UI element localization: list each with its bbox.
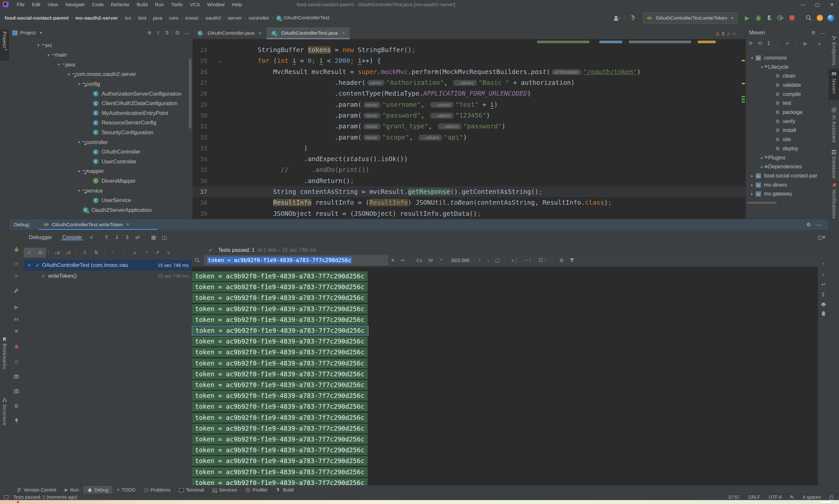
console-row[interactable]: token = ac9b92f0-f1e9-4839-a783-7f7c290d… (192, 423, 368, 434)
export-icon[interactable]: ↗ (152, 248, 163, 257)
stripe-structure[interactable]: Structure (0, 396, 9, 432)
breadcrumb-item[interactable]: test (138, 15, 146, 21)
project-tree-item-java[interactable]: ▾java (9, 59, 192, 69)
camera-icon[interactable] (9, 371, 23, 381)
more-icon[interactable]: » (818, 41, 821, 47)
words-toggle[interactable]: W (429, 257, 433, 263)
debug-session-tab[interactable]: OAuthControllerTest.writeToken ✕ (43, 219, 130, 230)
maven-item-food-social-contact-par[interactable]: ▸mfood-social-contact-par (746, 171, 828, 180)
breadcrumb-item[interactable]: ms-oauth2-server (75, 15, 118, 21)
refresh-icon[interactable]: ⟳ (749, 40, 753, 47)
prev-warning-icon[interactable]: ∧ (727, 31, 730, 36)
close-icon[interactable]: ✕ (126, 222, 130, 227)
console-row[interactable]: token = ac9b92f0-f1e9-4839-a783-7f7c290d… (192, 271, 368, 282)
stripe-notifications[interactable]: Notifications (829, 181, 839, 247)
close-icon[interactable]: ✕ (258, 31, 262, 36)
project-tree-item-AuthorizationServerConfiguration[interactable]: CAuthorizationServerConfiguration (9, 89, 192, 98)
close-icon[interactable]: ✕ (342, 31, 345, 36)
code-line-31[interactable]: 31 .param(name:"grant_type", …values:"pa… (193, 121, 746, 132)
locate-icon[interactable]: ⊕ (148, 30, 152, 36)
file-encoding[interactable]: UTF-8 (769, 494, 782, 500)
test-tree-row[interactable]: ▾✔ OAuthControllerTest (com.imooc.oau 15… (23, 260, 192, 270)
console-row[interactable]: token = ac9b92f0-f1e9-4839-a783-7f7c290d… (192, 325, 369, 336)
maven-item-Plugins[interactable]: ▸⚙Plugins (746, 153, 828, 162)
run-goal-icon[interactable]: ▶ (804, 40, 807, 47)
console-row[interactable]: token = ac9b92f0-f1e9-4839-a783-7f7c290d… (192, 467, 368, 478)
code-line-30[interactable]: 30 .param(name:"password", …values:"1234… (193, 110, 746, 121)
code-line-27[interactable]: 27 .header(name:"Authorization", …values… (193, 77, 746, 88)
prev-icon[interactable]: ↑ (107, 248, 118, 257)
soft-wrap-icon[interactable]: ↩ (821, 281, 825, 288)
code-line-37[interactable]: 37 String contentAsString = mvcResult.ge… (193, 186, 746, 197)
breadcrumb-item[interactable]: COAuthControllerTest (276, 15, 329, 21)
project-panel-title[interactable]: Project (20, 30, 36, 36)
code-line-33[interactable]: 33 ) (193, 143, 746, 154)
project-tree-item-UserService[interactable]: CUserService (9, 196, 192, 205)
breadcrumb-item[interactable]: java (153, 15, 162, 21)
caret-position[interactable]: 37:57 (728, 494, 740, 500)
project-tree-item-config[interactable]: ▾config (9, 79, 192, 89)
run-configuration-select[interactable]: OAuthControllerTest.writeToken ▼ (643, 13, 738, 23)
expand-all-icon[interactable]: ⇳ (156, 30, 160, 36)
collapse-all-icon[interactable]: ⇅ (90, 248, 102, 257)
print-icon[interactable] (821, 302, 826, 307)
maven-item-Lifecycle[interactable]: ▾⚙Lifecycle (746, 62, 828, 72)
pause-icon[interactable]: ▮▮ (9, 314, 23, 324)
menu-code[interactable]: Code (88, 0, 107, 9)
maven-item-ms-diners[interactable]: ▸mms-diners (746, 180, 828, 190)
code-area[interactable]: 24 StringBuffer tokens = new StringBuffe… (193, 39, 746, 219)
project-tree-item-controller[interactable]: ▾controller (9, 137, 192, 147)
toolwindow-button-debug[interactable]: Debug (83, 486, 113, 494)
menu-navigate[interactable]: Navigate (62, 0, 88, 9)
breadcrumb-item[interactable]: server (227, 15, 242, 21)
breadcrumb-item[interactable]: src (124, 15, 132, 21)
rerun-icon[interactable]: ⟳ (9, 259, 23, 269)
toolwindow-button-build[interactable]: Build (272, 486, 298, 494)
project-tree-item-mapper[interactable]: ▾mapper (9, 166, 192, 176)
code-line-28[interactable]: 28 .contentType(MediaType.APPLICATION_FO… (193, 88, 746, 99)
console-row[interactable]: token = ac9b92f0-f1e9-4839-a783-7f7c290d… (192, 412, 368, 423)
status-message[interactable]: Tests passed: 1 (moments ago) (13, 494, 77, 500)
tab-oauthcontroller[interactable]: C OAuthController.java✕ (193, 27, 267, 39)
console-row[interactable]: token = ac9b92f0-f1e9-4839-a783-7f7c290d… (192, 304, 368, 314)
breadcrumb-item[interactable]: com (169, 15, 178, 21)
debug-tab-debugger[interactable]: Debugger (23, 234, 57, 240)
maven-item-verify[interactable]: ⚙verify (746, 117, 828, 126)
console-row[interactable]: token = ac9b92f0-f1e9-4839-a783-7f7c290d… (192, 369, 368, 380)
code-line-36[interactable]: 36 .andReturn(); (193, 176, 746, 186)
project-tree-item-DinersMapper[interactable]: IDinersMapper (9, 176, 192, 186)
maven-item-test[interactable]: ⚙test (746, 99, 828, 108)
stripe-project[interactable]: Project (0, 30, 9, 60)
project-tree-item-src[interactable]: ▾src (9, 40, 192, 50)
toolwindow-button-services[interactable]: ▶Services (208, 486, 242, 494)
console-row[interactable]: token = ac9b92f0-f1e9-4839-a783-7f7c290d… (192, 445, 368, 455)
update-icon[interactable]: ↑ (814, 13, 825, 23)
prev-match-icon[interactable]: ↑ (478, 257, 481, 263)
code-line-38[interactable]: 38 ResultInfo resultInfo = (ResultInfo) … (193, 197, 746, 208)
more-icon[interactable]: » (163, 248, 174, 257)
menu-view[interactable]: View (44, 0, 62, 9)
maven-item-install[interactable]: ⚙install (746, 126, 828, 135)
download-icon[interactable]: ↧ (767, 40, 771, 47)
minimize-button[interactable]: — (796, 0, 810, 9)
tool-window-switcher-icon[interactable] (4, 495, 8, 499)
close-button[interactable]: ✕ (825, 0, 839, 9)
maximize-button[interactable]: ▢ (810, 0, 825, 9)
code-line-29[interactable]: 29 .param(name:"username", …values:"test… (193, 99, 746, 110)
indent-setting[interactable]: 4 spaces (803, 494, 821, 500)
next-match-icon[interactable]: ↓ (487, 257, 490, 263)
move-down-icon[interactable]: ⇓ (115, 234, 119, 240)
fold-marker[interactable]: ⌄ (212, 58, 227, 63)
resume-icon[interactable]: ▶ (9, 302, 23, 312)
scroll-end-icon[interactable]: ↧ (821, 292, 825, 298)
layout-settings-icon[interactable]: ◫▾ (818, 234, 825, 240)
maven-item-clean[interactable]: ⚙clean (746, 71, 828, 80)
maven-item-compile[interactable]: ⚙compile (746, 90, 828, 99)
show-passed-icon[interactable]: ✓ (23, 248, 35, 257)
debug-icon[interactable] (753, 13, 764, 23)
console-row[interactable]: token = ac9b92f0-f1e9-4839-a783-7f7c290d… (192, 282, 368, 292)
maven-item-Dependencies[interactable]: ▸Dependencies (746, 162, 828, 171)
user-dropdown-icon[interactable] (611, 13, 622, 23)
project-tree-item-service[interactable]: ▾service (9, 186, 192, 196)
settings-icon[interactable]: ⚙ (175, 30, 180, 36)
